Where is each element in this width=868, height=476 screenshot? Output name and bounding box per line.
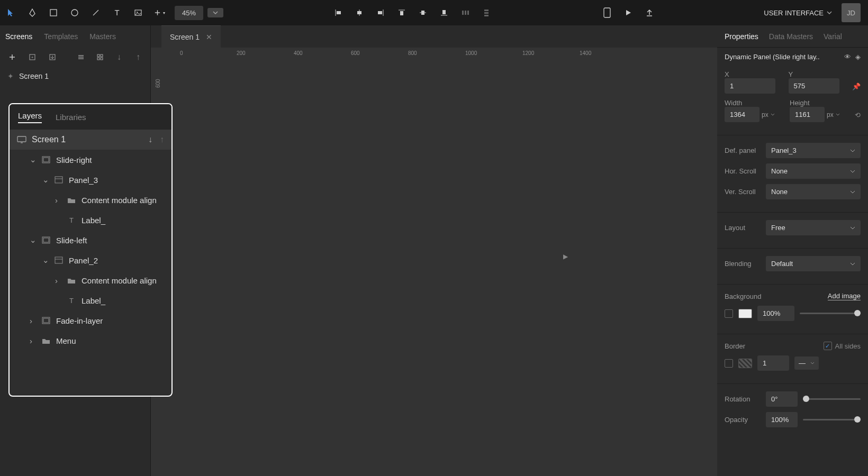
caret-right-icon[interactable]: › — [30, 316, 36, 325]
link-dimensions-icon[interactable]: ⟲ — [855, 111, 861, 119]
layout-select[interactable]: Free — [766, 220, 861, 235]
caret-right-icon[interactable]: › — [55, 196, 61, 205]
background-color-swatch[interactable] — [738, 309, 752, 318]
caret-right-icon[interactable]: › — [30, 336, 36, 345]
layer-item[interactable]: TLabel_ — [10, 210, 171, 230]
height-unit[interactable]: px — [827, 111, 834, 118]
ellipse-tool-icon[interactable] — [69, 7, 80, 19]
upload-icon[interactable] — [644, 7, 655, 19]
border-color-swatch[interactable] — [738, 359, 752, 368]
add-screen-icon[interactable] — [6, 51, 18, 63]
pointer-tool-icon[interactable] — [5, 7, 17, 19]
y-input[interactable] — [789, 78, 839, 94]
image-tool-icon[interactable] — [132, 7, 144, 19]
caret-down-icon[interactable]: ⌄ — [42, 175, 49, 185]
caret-down-icon[interactable]: ⌄ — [30, 155, 36, 164]
collapse-all-icon[interactable]: ↑ — [160, 135, 164, 144]
align-left-icon[interactable] — [332, 7, 344, 19]
rectangle-tool-icon[interactable] — [48, 7, 59, 19]
layer-item[interactable]: ⌄Panel_2 — [10, 250, 171, 270]
play-icon[interactable] — [622, 7, 634, 19]
line-tool-icon[interactable] — [90, 7, 102, 19]
distribute-v-icon[interactable] — [481, 7, 492, 19]
rotation-slider[interactable] — [803, 398, 861, 400]
svg-text:+: + — [31, 55, 34, 60]
align-top-icon[interactable] — [396, 7, 408, 19]
tab-properties[interactable]: Properties — [725, 32, 758, 41]
zoom-level[interactable]: 45% — [175, 6, 203, 20]
background-opacity-slider[interactable] — [800, 313, 861, 314]
hor-scroll-label: Hor. Scroll — [725, 167, 761, 175]
expand-all-icon[interactable]: ↓ — [148, 135, 152, 144]
y-label: Y — [789, 70, 847, 78]
caret-right-icon[interactable]: › — [55, 276, 61, 285]
pin-icon[interactable]: 📌 — [852, 83, 861, 90]
tab-layers[interactable]: Layers — [18, 111, 42, 123]
background-enable-checkbox[interactable] — [725, 309, 733, 318]
tab-libraries[interactable]: Libraries — [56, 113, 86, 122]
hor-scroll-select[interactable]: None — [766, 163, 861, 179]
device-preview-icon[interactable] — [601, 7, 613, 19]
tab-masters[interactable]: Masters — [89, 32, 116, 41]
sort-down-icon[interactable]: ↓ — [113, 51, 125, 63]
new-screen-icon[interactable]: + — [26, 51, 38, 63]
text-tool-icon[interactable]: T — [111, 7, 123, 19]
height-input[interactable] — [790, 107, 825, 122]
tab-templates[interactable]: Templates — [44, 32, 78, 41]
add-image-link[interactable]: Add image — [828, 292, 861, 300]
distribute-h-icon[interactable] — [459, 7, 471, 19]
def-panel-select[interactable]: Panel_3 — [766, 143, 861, 158]
project-name-dropdown[interactable]: USER INTERFACE — [764, 9, 832, 17]
screen-list-item[interactable]: ✦ Screen 1 — [0, 67, 150, 86]
opacity-slider[interactable] — [803, 419, 861, 420]
layer-item[interactable]: ›Menu — [10, 331, 171, 351]
caret-down-icon[interactable]: ⌄ — [30, 235, 36, 245]
grid-view-icon[interactable] — [94, 51, 106, 63]
layer-item[interactable]: TLabel_ — [10, 290, 171, 310]
width-input[interactable] — [725, 107, 760, 122]
blending-select[interactable]: Default — [766, 256, 861, 271]
layer-item[interactable]: ›Content module align — [10, 190, 171, 210]
align-bottom-icon[interactable] — [438, 7, 450, 19]
align-center-v-icon[interactable] — [417, 7, 429, 19]
align-center-h-icon[interactable] — [354, 7, 365, 19]
document-tab[interactable]: Screen 1 ✕ — [161, 25, 221, 48]
layer-item[interactable]: ›Fade-in-layer — [10, 310, 171, 331]
border-label: Border — [725, 342, 761, 350]
x-input[interactable] — [725, 78, 775, 94]
layer-item[interactable]: ⌄Panel_3 — [10, 170, 171, 190]
border-enable-checkbox[interactable] — [725, 359, 733, 368]
ver-scroll-select[interactable]: None — [766, 184, 861, 199]
layer-item[interactable]: ⌄Slide-left — [10, 230, 171, 250]
layers-icon[interactable]: ◈ — [855, 53, 861, 61]
layer-item[interactable]: ⌄Slide-right — [10, 150, 171, 170]
layer-type-icon — [54, 255, 64, 265]
border-width-input[interactable] — [757, 355, 789, 371]
list-view-icon[interactable] — [75, 51, 87, 63]
svg-rect-26 — [604, 8, 610, 17]
align-right-icon[interactable] — [375, 7, 386, 19]
all-sides-checkbox[interactable] — [824, 342, 832, 350]
tab-data-masters[interactable]: Data Masters — [769, 32, 813, 41]
layer-label: Panel_3 — [69, 176, 98, 185]
zoom-dropdown[interactable] — [207, 8, 223, 17]
pen-tool-icon[interactable] — [26, 7, 38, 19]
sort-up-icon[interactable]: ↑ — [132, 51, 144, 63]
add-tool-icon[interactable]: ▾ — [153, 7, 165, 19]
opacity-input[interactable] — [766, 412, 798, 427]
background-opacity-input[interactable] — [757, 306, 794, 321]
layer-item[interactable]: ›Content module align — [10, 270, 171, 290]
svg-rect-46 — [55, 177, 62, 183]
caret-down-icon[interactable]: ⌄ — [42, 255, 49, 265]
close-tab-icon[interactable]: ✕ — [206, 33, 212, 41]
rotation-input[interactable] — [766, 391, 798, 407]
tab-variables[interactable]: Varial — [824, 32, 842, 41]
import-screen-icon[interactable] — [47, 51, 58, 63]
eye-off-icon[interactable]: 👁 — [844, 53, 851, 61]
border-style-select[interactable]: — — [794, 356, 819, 370]
tab-screens[interactable]: Screens — [5, 32, 32, 41]
expand-panel-caret[interactable]: ▶ — [563, 253, 568, 260]
user-avatar[interactable]: JD — [842, 3, 861, 22]
width-unit[interactable]: px — [762, 111, 768, 118]
layer-root[interactable]: Screen 1 ↓ ↑ — [10, 130, 171, 150]
